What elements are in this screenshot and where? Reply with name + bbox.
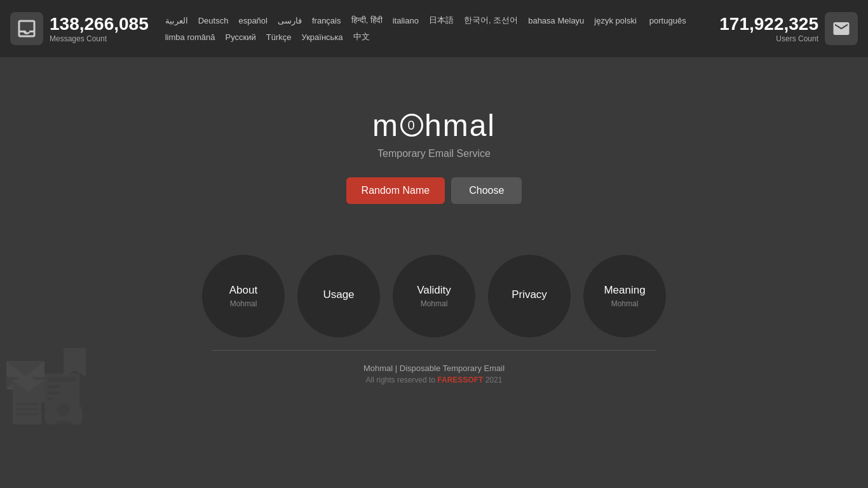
random-name-button[interactable]: Random Name bbox=[346, 177, 445, 204]
nav-privacy-title: Privacy bbox=[512, 288, 547, 301]
at-symbol: 0 bbox=[400, 114, 423, 137]
bottom-nav: About Mohmal Usage Validity Mohmal Priva… bbox=[202, 242, 666, 350]
brand-title: m0hmal bbox=[372, 108, 496, 143]
nav-validity-sub: Mohmal bbox=[421, 299, 448, 308]
lang-chinese[interactable]: 中文 bbox=[349, 30, 374, 44]
lang-hindi[interactable]: हिन्दी, हिंदी bbox=[348, 14, 386, 27]
lang-portuguese[interactable]: português bbox=[646, 15, 690, 27]
users-count: 171,922,325 bbox=[719, 14, 818, 34]
lang-polish[interactable]: język polski bbox=[590, 15, 640, 27]
users-block: 171,922,325 Users Count bbox=[719, 12, 858, 45]
action-buttons: Random Name Choose bbox=[346, 177, 522, 204]
main-content: m0hmal Temporary Email Service Random Na… bbox=[0, 57, 868, 433]
nav-meaning[interactable]: Meaning Mohmal bbox=[583, 255, 666, 337]
lang-japanese[interactable]: 日本語 bbox=[425, 13, 458, 27]
lang-korean[interactable]: 한국어, 조선어 bbox=[460, 13, 522, 27]
mail-icon bbox=[825, 12, 858, 45]
nav-validity-title: Validity bbox=[417, 284, 451, 297]
lang-arabic[interactable]: العربية bbox=[161, 15, 192, 27]
footer-title: Mohmal | Disposable Temporary Email bbox=[363, 363, 505, 373]
messages-block: 138,266,085 Messages Count bbox=[10, 12, 149, 45]
lang-turkish[interactable]: Türkçe bbox=[262, 31, 295, 43]
inbox-icon bbox=[10, 12, 43, 45]
lang-romanian[interactable]: limba română bbox=[161, 31, 219, 43]
nav-meaning-title: Meaning bbox=[604, 284, 645, 297]
lang-russian[interactable]: Русский bbox=[221, 31, 259, 43]
header: 138,266,085 Messages Count العربية Deuts… bbox=[0, 0, 868, 57]
messages-count-block: 138,266,085 Messages Count bbox=[50, 14, 149, 43]
messages-label: Messages Count bbox=[50, 34, 149, 43]
users-count-block: 171,922,325 Users Count bbox=[719, 14, 818, 43]
lang-espanol[interactable]: español bbox=[234, 15, 271, 27]
nav-validity[interactable]: Validity Mohmal bbox=[393, 255, 475, 337]
footer-copy: All rights reserved to FARESSOFT 2021 bbox=[363, 376, 505, 384]
nav-usage[interactable]: Usage bbox=[297, 255, 380, 337]
nav-about-sub: Mohmal bbox=[230, 299, 257, 308]
footer-year: 2021 bbox=[483, 376, 502, 384]
messages-count: 138,266,085 bbox=[50, 14, 149, 34]
nav-meaning-sub: Mohmal bbox=[611, 299, 639, 308]
nav-about[interactable]: About Mohmal bbox=[202, 255, 285, 337]
brand-subtitle: Temporary Email Service bbox=[377, 148, 491, 159]
lang-ukrainian[interactable]: Українська bbox=[297, 31, 346, 43]
lang-deutsch[interactable]: Deutsch bbox=[194, 15, 233, 27]
lang-malay[interactable]: bahasa Melayu bbox=[524, 15, 588, 27]
mail-svg bbox=[832, 19, 851, 38]
nav-privacy[interactable]: Privacy bbox=[488, 255, 571, 337]
lang-farsi[interactable]: فارسی bbox=[274, 15, 306, 27]
footer: Mohmal | Disposable Temporary Email All … bbox=[363, 351, 505, 395]
nav-usage-title: Usage bbox=[323, 288, 354, 301]
users-label: Users Count bbox=[776, 34, 818, 43]
lang-italiano[interactable]: italiano bbox=[389, 15, 423, 27]
lang-francais[interactable]: français bbox=[308, 15, 345, 27]
footer-copy-prefix: All rights reserved to bbox=[366, 376, 438, 384]
footer-brand: FARESSOFT bbox=[437, 376, 483, 384]
inbox-svg bbox=[15, 17, 38, 40]
language-nav: العربية Deutsch español فارسی français ह… bbox=[161, 13, 707, 44]
choose-button[interactable]: Choose bbox=[451, 177, 522, 204]
nav-about-title: About bbox=[229, 284, 257, 297]
